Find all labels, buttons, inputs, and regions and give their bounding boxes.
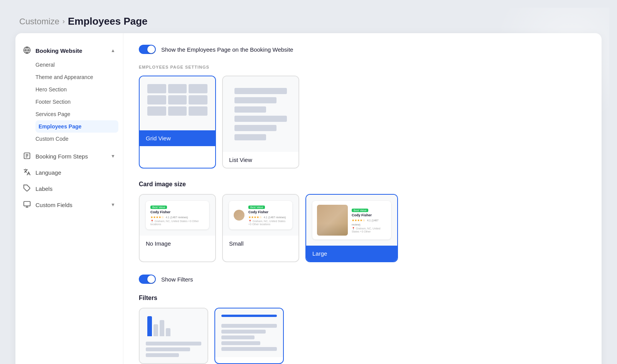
- list-row: [234, 125, 276, 131]
- sidebar-item-custom-code[interactable]: Custom Code: [35, 133, 123, 145]
- sidebar-booking-website-label: Booking Website: [35, 47, 82, 54]
- svg-rect-7: [24, 202, 30, 206]
- show-filters-toggle[interactable]: [139, 275, 156, 284]
- sidebar-booking-website-items: General Theme and Appearance Hero Sectio…: [15, 59, 123, 145]
- large-image-card[interactable]: Best Value Cody Fisher ★★★★☆ 4.1 (1467 r…: [305, 194, 398, 262]
- sidebar-item-booking-form[interactable]: Booking Form Steps ▼: [15, 148, 123, 164]
- rating: 4.1 (1467 reviews): [264, 216, 286, 219]
- list-row: [234, 134, 266, 140]
- rating: 4.1 (1467 reviews): [166, 216, 188, 219]
- label-icon: [23, 184, 32, 193]
- list-view-label: List View: [223, 152, 298, 168]
- small-image-card[interactable]: Best Value Cody Fisher ★★★★☆ 4.1 (1467 r…: [222, 194, 299, 262]
- employee-info: Best Value Cody Fisher ★★★★☆ 4.1 (1467 r…: [150, 205, 204, 226]
- grid-view-preview: [140, 76, 215, 130]
- best-value-badge: Best Value: [248, 206, 265, 209]
- breadcrumb-current: Employees Page: [68, 15, 148, 27]
- filter-card-1-preview: [140, 308, 207, 363]
- form-icon: [23, 152, 32, 160]
- large-image-label: Large: [306, 246, 397, 261]
- filter-bar: [221, 315, 277, 317]
- employee-photo-large: [317, 205, 348, 236]
- sidebar-language-label: Language: [35, 169, 61, 176]
- filter-row: [221, 324, 277, 328]
- sidebar-item-general[interactable]: General: [35, 59, 123, 71]
- sidebar-booking-form-label: Booking Form Steps: [35, 153, 88, 160]
- image-size-options-container: Best Value Cody Fisher ★★★★☆ 4.1 (1467 r…: [139, 194, 586, 262]
- sidebar-custom-fields-label: Custom Fields: [35, 202, 72, 208]
- small-image-preview: Best Value Cody Fisher ★★★★☆ 4.1 (1467 r…: [223, 195, 298, 236]
- grid-view-card[interactable]: Grid View: [139, 76, 216, 169]
- grid-view-label: Grid View: [140, 130, 215, 146]
- list-row: [234, 116, 287, 122]
- sidebar-labels-label: Labels: [35, 185, 52, 192]
- filter-card-2-preview: [215, 308, 283, 357]
- chevron-down-icon: ▼: [111, 202, 115, 207]
- filter-row: [146, 347, 190, 351]
- stars: ★★★★☆: [248, 216, 262, 219]
- location: 📍 Graham, NC, United States +3 Other: [352, 227, 386, 233]
- chevron-right-icon: ▼: [111, 153, 115, 159]
- location: 📍 Graham, NC, United States +3 Other loc…: [150, 220, 204, 226]
- filters-title: Filters: [139, 295, 586, 302]
- sidebar-section-booking-website: Booking Website ▲ General Theme and Appe…: [15, 42, 123, 145]
- small-image-label: Small: [223, 236, 298, 251]
- custom-fields-icon: [23, 201, 32, 209]
- show-employees-label: Show the Employees Page on the Booking W…: [161, 46, 293, 53]
- employee-name: Cody Fisher: [352, 213, 386, 217]
- filter-row: [221, 347, 277, 351]
- employee-card-mock-no-image: Best Value Cody Fisher ★★★★☆ 4.1 (1467 r…: [146, 201, 209, 229]
- filter-card-2[interactable]: [214, 308, 284, 364]
- employee-name: Cody Fisher: [248, 210, 288, 214]
- language-icon: [23, 168, 32, 177]
- employee-card-mock-large: Best Value Cody Fisher ★★★★☆ 4.1 (1467 r…: [312, 201, 391, 239]
- best-value-badge: Best Value: [352, 209, 368, 212]
- sidebar-item-labels[interactable]: Labels: [15, 180, 123, 197]
- list-row: [234, 88, 287, 94]
- chevron-up-icon: ▲: [111, 48, 115, 53]
- sidebar-item-theme[interactable]: Theme and Appearance: [35, 71, 123, 83]
- large-image-preview: Best Value Cody Fisher ★★★★☆ 4.1 (1467 r…: [306, 195, 397, 246]
- no-image-card[interactable]: Best Value Cody Fisher ★★★★☆ 4.1 (1467 r…: [139, 194, 216, 262]
- card-image-size-title: Card image size: [139, 181, 586, 188]
- sidebar-item-footer[interactable]: Footer Section: [35, 96, 123, 108]
- grid-cell: [189, 95, 207, 104]
- list-view-card[interactable]: List View: [222, 76, 299, 169]
- list-row: [234, 97, 276, 103]
- filter-row: [221, 335, 255, 339]
- sidebar-item-hero[interactable]: Hero Section: [35, 83, 123, 96]
- sidebar-item-employees[interactable]: Employees Page: [35, 120, 118, 133]
- list-row: [234, 106, 266, 113]
- employee-info: Best Value Cody Fisher ★★★★☆ 4.1 (1467 r…: [352, 208, 386, 233]
- breadcrumb-parent[interactable]: Customize: [19, 17, 59, 27]
- filter-row: [221, 341, 260, 345]
- sidebar: Booking Website ▲ General Theme and Appe…: [15, 33, 123, 364]
- employee-name: Cody Fisher: [150, 210, 204, 214]
- filter-card-1[interactable]: [139, 308, 208, 364]
- no-image-preview: Best Value Cody Fisher ★★★★☆ 4.1 (1467 r…: [140, 195, 215, 236]
- show-filters-toggle-row: Show Filters: [139, 275, 586, 284]
- sidebar-booking-website-header[interactable]: Booking Website ▲: [15, 42, 123, 59]
- grid-cell: [147, 95, 166, 104]
- breadcrumb-separator: ›: [62, 17, 65, 25]
- filter-row: [146, 353, 179, 357]
- stars: ★★★★☆: [150, 216, 164, 219]
- employee-photo-small: [234, 210, 244, 221]
- grid-cell: [189, 106, 207, 116]
- filter-row: [221, 330, 266, 334]
- location: 📍 Graham, NC, United States +3 Other loc…: [248, 220, 288, 226]
- globe-icon: [23, 46, 32, 55]
- no-image-label: No Image: [140, 236, 215, 251]
- grid-cell: [168, 84, 187, 93]
- stars: ★★★★☆: [352, 219, 365, 222]
- best-value-badge: Best Value: [150, 206, 167, 209]
- grid-cell: [168, 106, 187, 116]
- sidebar-item-custom-fields[interactable]: Custom Fields ▼: [15, 197, 123, 213]
- sidebar-item-language[interactable]: Language: [15, 164, 123, 180]
- show-employees-toggle[interactable]: [139, 45, 156, 54]
- grid-cell: [168, 95, 187, 104]
- employee-card-mock-small: Best Value Cody Fisher ★★★★☆ 4.1 (1467 r…: [229, 201, 292, 229]
- filter-row: [146, 342, 201, 345]
- sidebar-item-services[interactable]: Services Page: [35, 108, 123, 120]
- show-filters-label: Show Filters: [161, 276, 193, 283]
